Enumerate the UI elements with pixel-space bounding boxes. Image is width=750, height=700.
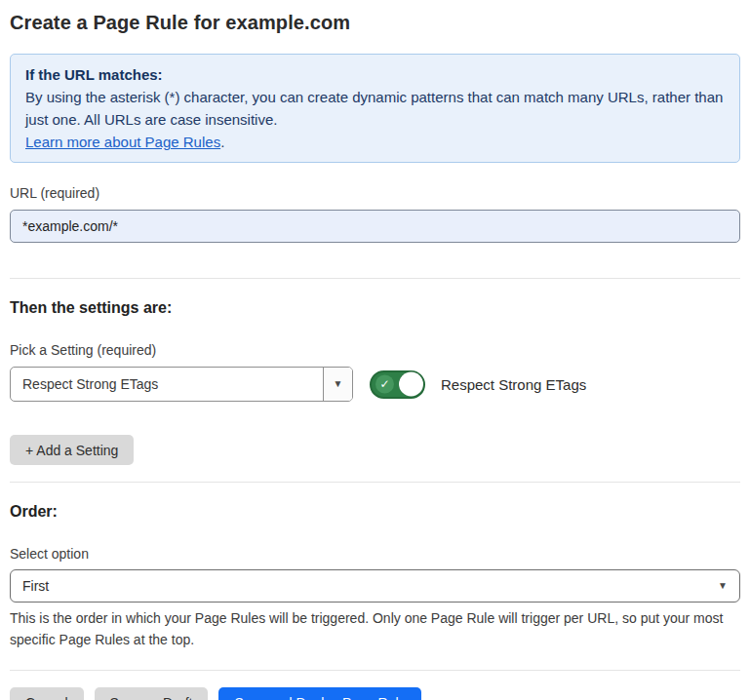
toggle-label: Respect Strong ETags — [441, 376, 586, 393]
setting-toggle-group: ✓ Respect Strong ETags — [370, 370, 586, 399]
divider — [10, 482, 740, 483]
chevron-down-icon: ▼ — [334, 379, 343, 389]
order-select-label: Select option — [10, 545, 740, 563]
check-icon: ✓ — [375, 375, 394, 394]
order-section-heading: Order: — [10, 502, 740, 522]
pick-setting-label: Pick a Setting (required) — [10, 341, 740, 359]
respect-strong-etags-toggle[interactable]: ✓ — [370, 370, 425, 399]
info-box-body: By using the asterisk (*) character, you… — [25, 86, 725, 131]
setting-select[interactable]: Respect Strong ETags ▼ — [10, 367, 353, 402]
order-select[interactable]: First ▼ — [10, 569, 740, 603]
info-box-link-line: Learn more about Page Rules. — [25, 131, 725, 153]
settings-section-heading: Then the settings are: — [10, 298, 740, 318]
setting-select-value: Respect Strong ETags — [11, 368, 323, 401]
link-suffix: . — [220, 134, 224, 150]
divider — [10, 278, 740, 279]
order-select-value: First — [22, 578, 718, 594]
url-field-label: URL (required) — [10, 184, 740, 202]
chevron-down-icon: ▼ — [718, 581, 728, 591]
page-rule-form: Create a Page Rule for example.com If th… — [0, 10, 750, 700]
url-matches-info-box: If the URL matches: By using the asteris… — [10, 54, 740, 163]
divider — [10, 670, 740, 671]
save-deploy-button[interactable]: Save and Deploy Page Rule — [218, 687, 421, 700]
cancel-button[interactable]: Cancel — [10, 687, 84, 700]
toggle-knob — [399, 372, 423, 397]
url-input[interactable] — [10, 210, 740, 243]
order-help-text: This is the order in which your Page Rul… — [10, 607, 736, 650]
footer-actions: Cancel Save as Draft Save and Deploy Pag… — [10, 687, 740, 700]
learn-more-link[interactable]: Learn more about Page Rules — [25, 134, 220, 150]
save-draft-button[interactable]: Save as Draft — [95, 687, 209, 700]
add-setting-button[interactable]: + Add a Setting — [10, 435, 134, 465]
page-title: Create a Page Rule for example.com — [10, 10, 740, 35]
setting-row: Respect Strong ETags ▼ ✓ Respect Strong … — [10, 367, 740, 402]
setting-select-arrow-button[interactable]: ▼ — [323, 368, 352, 401]
info-box-heading: If the URL matches: — [25, 63, 725, 86]
